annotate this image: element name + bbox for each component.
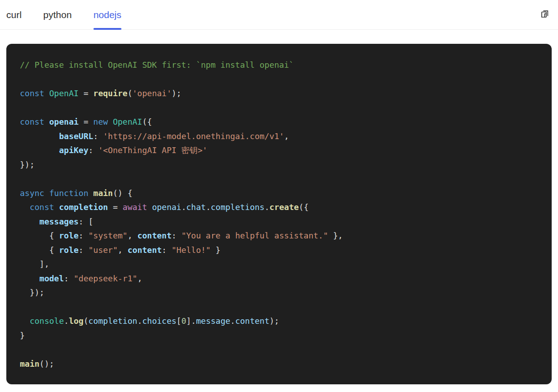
code-token-str: 'openai' (132, 89, 172, 98)
code-token-pun: . (191, 316, 196, 326)
code-token-var: content (137, 231, 172, 240)
code-token-pun (20, 145, 59, 155)
code-line: { role: "system", content: "You are a he… (20, 229, 538, 243)
code-line: console.log(completion.choices[0].messag… (20, 314, 538, 328)
code-token-pun: = (79, 117, 93, 126)
code-token-pun: ({ (299, 202, 309, 212)
code-token-pun (20, 274, 39, 283)
code-token-str: "user" (88, 245, 118, 255)
copy-icon (540, 9, 550, 19)
code-token-pun (20, 217, 39, 226)
code-token-pun (20, 202, 30, 212)
code-token-pun (147, 202, 152, 212)
code-token-com: // Please install OpenAI SDK first: `npm… (20, 60, 294, 70)
code-token-pun: , (127, 231, 137, 240)
tab-curl[interactable]: curl (6, 0, 22, 29)
code-token-pun: ({ (142, 117, 152, 126)
tab-label: nodejs (93, 9, 121, 20)
code-token-pun: : (93, 131, 103, 141)
code-token-pun: : (79, 245, 88, 255)
code-token-var: completion (59, 202, 108, 212)
code-line: { role: "user", content: "Hello!" } (20, 243, 538, 257)
code-token-fn: create (270, 202, 299, 212)
code-token-pun: ] (186, 316, 191, 326)
code-token-pun: }); (20, 160, 35, 169)
code-token-pun: , (118, 245, 128, 255)
copy-button[interactable] (539, 9, 550, 20)
code-token-var: content (235, 316, 270, 326)
code-token-var: model (39, 274, 64, 283)
code-token-str: 'https://api-model.onethingai.com/v1' (103, 131, 284, 141)
code-token-pun (20, 316, 30, 326)
code-token-kw: const (20, 117, 44, 126)
code-token-var: messages (39, 217, 79, 226)
code-token-pun: = (79, 89, 93, 98)
code-token-var: openai (152, 202, 181, 212)
tab-nodejs[interactable]: nodejs (93, 0, 121, 29)
code-token-var: content (127, 245, 162, 255)
code-line: const openai = new OpenAI({ (20, 115, 538, 129)
tab-label: curl (6, 9, 22, 20)
code-line: }); (20, 285, 538, 300)
code-line: const OpenAI = require('openai'); (20, 86, 538, 101)
code-line: main(); (20, 357, 538, 371)
code-token-pun (54, 202, 59, 212)
code-token-pun: . (181, 202, 186, 212)
code-token-var: completions (211, 202, 265, 212)
code-token-pun (108, 117, 113, 126)
code-token-cls: OpenAI (113, 117, 142, 126)
code-line (20, 300, 538, 314)
code-token-pun: { (20, 231, 59, 240)
code-token-pun: } (211, 245, 221, 255)
code-token-cls: console (30, 316, 64, 326)
code-line (20, 72, 538, 87)
code-token-str: "Hello!" (172, 245, 211, 255)
code-token-fn: log (69, 316, 84, 326)
tab-label: python (43, 9, 72, 20)
code-token-str: "system" (88, 231, 128, 240)
code-block: // Please install OpenAI SDK first: `npm… (6, 44, 552, 384)
code-token-pun (44, 188, 49, 198)
code-content: // Please install OpenAI SDK first: `npm… (20, 58, 538, 371)
code-line: baseURL: 'https://api-model.onethingai.c… (20, 129, 538, 144)
code-token-pun: : [ (79, 217, 93, 226)
code-token-pun: : (64, 274, 74, 283)
code-token-kw: const (20, 89, 44, 98)
code-token-pun: ], (20, 259, 49, 269)
code-token-pun: = (108, 202, 123, 212)
code-token-pun (44, 89, 49, 98)
code-token-pun (20, 131, 59, 141)
code-token-pun: ( (84, 316, 88, 326)
code-token-str: "deepseek-r1" (74, 274, 137, 283)
code-token-kw: const (30, 202, 54, 212)
code-token-pun: . (64, 316, 69, 326)
code-token-fn: main (93, 188, 113, 198)
tab-python[interactable]: python (43, 0, 72, 29)
code-token-pun: , (137, 274, 142, 283)
code-token-var: completion (88, 316, 137, 326)
code-token-pun: : (88, 145, 98, 155)
code-token-var: openai (49, 117, 79, 126)
code-token-pun: . (206, 202, 211, 212)
code-token-pun: : (79, 231, 88, 240)
code-line: }); (20, 158, 538, 172)
code-token-pun: , (284, 131, 289, 141)
code-line (20, 172, 538, 186)
tab-bar-tabs: curlpythonnodejs (0, 0, 121, 29)
active-tab-underline (93, 28, 121, 30)
code-token-str: '<OneThingAI API 密钥>' (98, 145, 207, 155)
code-line: const completion = await openai.chat.com… (20, 200, 538, 215)
code-token-pun: () { (113, 188, 132, 198)
code-token-pun (88, 188, 93, 198)
code-line: } (20, 328, 538, 343)
code-token-pun (44, 117, 49, 126)
code-token-pun: } (20, 331, 25, 340)
code-token-kw: new (93, 117, 108, 126)
code-token-pun: : (172, 231, 181, 240)
code-token-pun: { (20, 245, 59, 255)
code-token-kw: function (49, 188, 88, 198)
code-token-kw: async (20, 188, 44, 198)
code-token-ctrl: await (123, 202, 147, 212)
code-token-pun: ( (127, 89, 132, 98)
code-token-fn: main (20, 359, 39, 369)
